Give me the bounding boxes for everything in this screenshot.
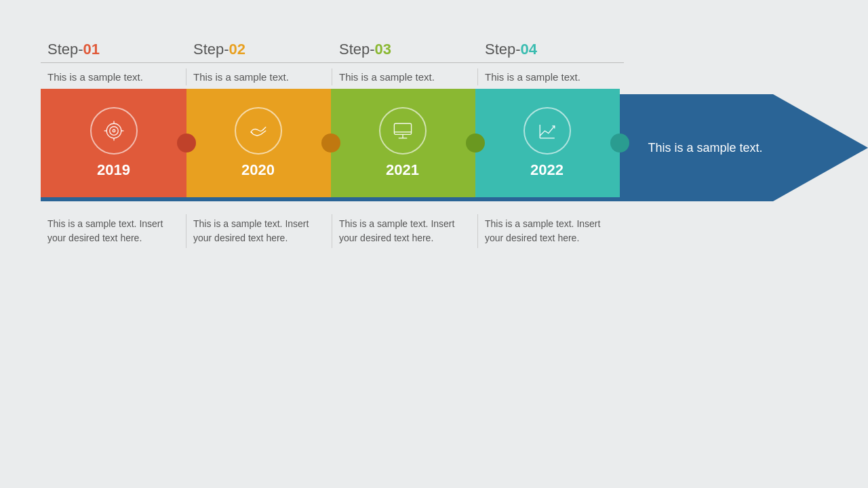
svg-point-1: [106, 123, 121, 138]
timeline-container: Step-01 Step-02 Step-03 Step-04 This is …: [34, 41, 834, 248]
handshake-icon-circle: [235, 107, 282, 155]
top-text-01: This is a sample text.: [41, 68, 186, 85]
year-2019: 2019: [97, 161, 130, 179]
slide: Step-01 Step-02 Step-03 Step-04 This is …: [0, 0, 868, 488]
year-2020: 2020: [241, 161, 275, 179]
bottom-texts: This is a sample text. Insert your desir…: [41, 214, 624, 248]
year-2022: 2022: [530, 161, 564, 179]
bottom-text-02: This is a sample text. Insert your desir…: [186, 214, 332, 248]
monitor-icon-circle: [379, 107, 427, 155]
step-label-02: Step-02: [186, 41, 332, 58]
top-text-03: This is a sample text.: [332, 68, 478, 85]
bottom-text-03: This is a sample text. Insert your desir…: [332, 214, 478, 248]
target-icon: [102, 119, 126, 143]
step-label-01: Step-01: [41, 41, 186, 58]
block-2019: 2019: [41, 89, 186, 197]
arrow-text: This is a sample text.: [637, 140, 773, 157]
monitor-icon: [391, 119, 415, 143]
year-2021: 2021: [386, 161, 419, 179]
handshake-icon: [246, 119, 271, 143]
step-labels: Step-01 Step-02 Step-03 Step-04: [41, 41, 624, 58]
step-label-03: Step-03: [332, 41, 478, 58]
svg-point-2: [109, 127, 118, 136]
target-icon-circle: [90, 107, 138, 155]
bottom-text-04: This is a sample text. Insert your desir…: [478, 214, 624, 248]
bottom-text-01: This is a sample text. Insert your desir…: [41, 214, 186, 248]
top-text-04: This is a sample text.: [478, 68, 624, 85]
svg-rect-8: [394, 123, 411, 134]
chart-icon: [535, 119, 559, 143]
step-label-04: Step-04: [478, 41, 624, 58]
block-2021: 2021: [330, 89, 475, 197]
svg-point-3: [113, 129, 115, 132]
block-2020: 2020: [185, 89, 331, 197]
block-2022: 2022: [474, 89, 620, 197]
top-texts: This is a sample text. This is a sample …: [41, 62, 624, 85]
top-text-02: This is a sample text.: [186, 68, 332, 85]
chart-icon-circle: [524, 107, 571, 155]
